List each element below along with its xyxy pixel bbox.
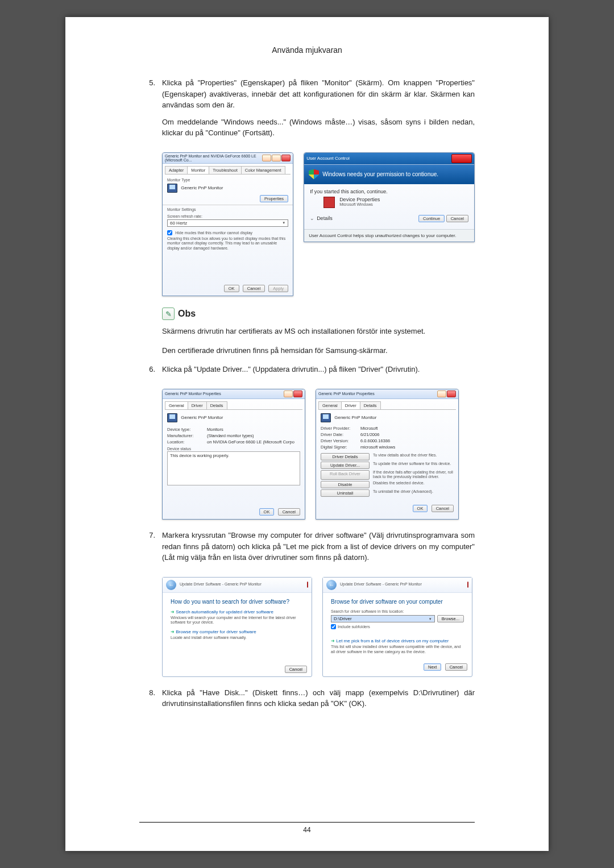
manufacturer-value: (Standard monitor types) <box>207 433 254 438</box>
option-browse-computer[interactable]: Browse my computer for driver software <box>171 629 304 634</box>
refresh-rate-value: 60 Hertz <box>170 221 187 226</box>
app-icon <box>323 197 335 208</box>
tab-driver[interactable]: Driver <box>341 401 360 409</box>
close-icon[interactable] <box>293 391 302 397</box>
monitor-icon <box>321 413 331 422</box>
note-icon: ✎ <box>162 308 175 320</box>
digital-signer-label: Digital Signer: <box>321 445 360 450</box>
help-icon[interactable] <box>284 391 293 397</box>
monitor-icon <box>167 413 177 422</box>
shield-icon <box>309 169 319 180</box>
tab-troubleshoot[interactable]: Troubleshoot <box>209 166 242 174</box>
window-titlebar: User Account Control <box>304 153 474 165</box>
properties-button[interactable]: Properties <box>260 195 288 202</box>
cancel-button[interactable]: Cancel <box>432 505 454 512</box>
cancel-button[interactable]: Cancel <box>243 285 265 292</box>
minimize-icon[interactable] <box>262 155 271 161</box>
window-title: User Account Control <box>306 156 350 161</box>
step-5-text-2: Om meddelande "Windows needs..." (Window… <box>162 117 475 139</box>
driver-provider-value: Microsoft <box>360 426 377 431</box>
driver-date-value: 6/21/2006 <box>360 432 379 437</box>
dialog-button-row: OK Cancel Apply <box>163 281 293 296</box>
path-value: D:\Driver <box>334 616 352 621</box>
close-icon[interactable] <box>451 154 472 163</box>
uac-details-toggle[interactable]: Details <box>317 215 333 221</box>
cancel-button[interactable]: Cancel <box>445 663 467 671</box>
path-combobox[interactable]: D:\Driver▼ <box>331 615 435 622</box>
tab-details[interactable]: Details <box>206 401 227 409</box>
note-block: ✎ Obs <box>162 308 475 320</box>
digital-signer-value: microsoft windows <box>360 445 395 450</box>
ok-button[interactable]: OK <box>413 505 428 512</box>
tab-details[interactable]: Details <box>360 401 381 409</box>
tab-color-management[interactable]: Color Management <box>241 166 285 174</box>
tab-general[interactable]: General <box>165 401 188 409</box>
cancel-button[interactable]: Cancel <box>446 215 468 222</box>
close-icon[interactable] <box>307 582 308 588</box>
apply-button[interactable]: Apply <box>268 285 288 292</box>
include-subfolders-checkbox[interactable] <box>331 624 336 629</box>
continue-button[interactable]: Continue <box>418 215 445 222</box>
browse-button[interactable]: Browse... <box>437 615 464 622</box>
document-page: Använda mjukvaran 5. Klicka på "Properti… <box>65 17 549 851</box>
step-6-text: Klicka på "Update Driver..." (Uppdatera … <box>162 364 475 375</box>
wizard-heading: Browse for driver software on your compu… <box>331 599 464 605</box>
monitor-settings-label: Monitor Settings <box>167 207 288 212</box>
step-body: Klicka på "Properties" (Egenskaper) på f… <box>162 77 475 144</box>
step-7: 7. Markera kryssrutan "Browse my compute… <box>139 530 475 569</box>
back-button[interactable]: ← <box>326 580 337 590</box>
hide-modes-checkbox[interactable] <box>167 230 172 235</box>
screenshot-row-1: Generic PnP Monitor and NVIDIA GeForce 6… <box>162 152 475 297</box>
maximize-icon[interactable] <box>272 155 281 161</box>
driver-details-button[interactable]: Driver Details <box>321 453 370 460</box>
close-icon[interactable] <box>467 582 468 588</box>
device-status-textarea[interactable]: This device is working properly. <box>167 451 300 485</box>
chevron-down-icon[interactable]: ⌄ <box>310 215 314 221</box>
tab-adapter[interactable]: Adapter <box>165 166 188 174</box>
device-type-value: Monitors <box>207 427 223 432</box>
cancel-button[interactable]: Cancel <box>285 666 307 673</box>
close-icon[interactable] <box>447 391 456 397</box>
tab-driver[interactable]: Driver <box>188 401 207 409</box>
ok-button[interactable]: OK <box>224 285 239 292</box>
disable-button[interactable]: Disable <box>321 481 370 488</box>
disable-desc: Disables the selected device. <box>373 481 454 488</box>
step-8: 8. Klicka på "Have Disk..." (Diskett fin… <box>139 687 475 715</box>
close-icon[interactable] <box>281 155 291 161</box>
option-let-me-pick[interactable]: Let me pick from a list of device driver… <box>331 638 464 643</box>
rollback-driver-button[interactable]: Roll Back Driver <box>321 470 370 480</box>
tab-general[interactable]: General <box>318 401 342 409</box>
uac-headline-bar: Windows needs your permission to contion… <box>304 165 474 184</box>
help-icon[interactable] <box>437 391 446 397</box>
device-name: Generic PnP Monitor <box>334 415 376 420</box>
refresh-rate-dropdown[interactable]: 60 Hertz▼ <box>167 219 288 227</box>
update-driver-wizard-search: ← Update Driver Software - Generic PnP M… <box>162 577 312 677</box>
step-number: 6. <box>139 364 162 381</box>
next-button[interactable]: Next <box>424 663 441 671</box>
window-title: Generic PnP Monitor and NVIDIA GeForce 6… <box>165 154 262 162</box>
screenshot-row-2: Generic PnP Monitor Properties General D… <box>162 389 475 520</box>
manufacturer-label: Manufacturer: <box>167 433 207 438</box>
driver-provider-label: Driver Provider: <box>321 426 360 431</box>
cancel-button[interactable]: Cancel <box>278 508 300 516</box>
tab-strip: Adapter Monitor Troubleshoot Color Manag… <box>165 166 291 175</box>
footer-rule <box>139 822 475 823</box>
device-properties-driver-window: Generic PnP Monitor Properties General D… <box>316 389 459 520</box>
uac-item-publisher: Microsoft Windows <box>339 202 380 207</box>
wizard-breadcrumb: Update Driver Software - Generic PnP Mon… <box>340 582 422 587</box>
hide-modes-label: Hide modes that this monitor cannot disp… <box>175 231 252 235</box>
location-label: Location: <box>167 439 207 445</box>
ok-button[interactable]: OK <box>259 508 275 516</box>
note-text-1: Skärmens drivrutin har certifierats av M… <box>162 326 475 337</box>
back-button[interactable]: ← <box>166 580 176 590</box>
step-number: 8. <box>139 687 162 715</box>
monitor-type-label: Monitor Type <box>167 178 288 182</box>
tab-monitor[interactable]: Monitor <box>187 166 209 174</box>
window-title: Generic PnP Monitor Properties <box>318 392 375 396</box>
update-driver-button[interactable]: Update Driver... <box>321 462 370 469</box>
update-driver-wizard-browse: ← Update Driver Software - Generic PnP M… <box>322 577 472 677</box>
window-title: Generic PnP Monitor Properties <box>165 392 221 396</box>
option-search-auto-desc: Windows will search your computer and th… <box>171 616 304 625</box>
option-search-auto[interactable]: Search automatically for updated driver … <box>171 609 304 614</box>
uninstall-button[interactable]: Uninstall <box>321 489 370 497</box>
